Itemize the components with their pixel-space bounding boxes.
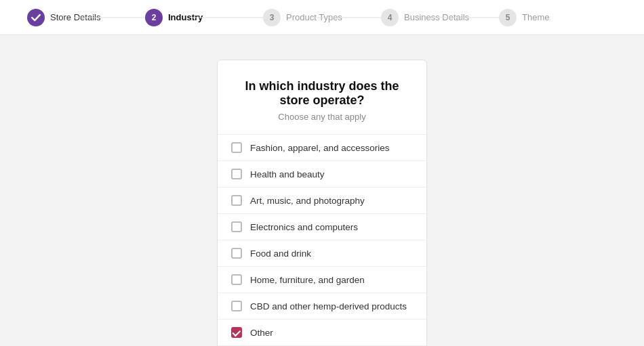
- option-label-other: Other: [250, 328, 273, 338]
- option-label-food: Food and drink: [250, 248, 311, 259]
- checkbox-health: [231, 169, 242, 179]
- step-circle-product-types: 3: [263, 9, 281, 26]
- option-item-electronics[interactable]: Electronics and computers: [218, 214, 426, 240]
- step-label-theme: Theme: [522, 12, 549, 22]
- step-label-product-types: Product Types: [286, 12, 342, 22]
- option-label-cbd: CBD and other hemp-derived products: [250, 301, 407, 311]
- step-store-details[interactable]: Store Details: [27, 9, 145, 26]
- checkbox-cbd: [231, 301, 242, 311]
- checkbox-electronics: [231, 221, 242, 232]
- card-subtitle: Choose any that apply: [218, 112, 426, 122]
- card-title: In which industry does the store operate…: [218, 79, 426, 108]
- checkbox-food: [231, 248, 242, 259]
- step-label-business-details: Business Details: [404, 12, 469, 22]
- step-business-details[interactable]: 4Business Details: [381, 9, 499, 26]
- option-item-fashion[interactable]: Fashion, apparel, and accessories: [218, 135, 426, 161]
- step-theme[interactable]: 5Theme: [499, 9, 617, 26]
- checkbox-home: [231, 274, 242, 285]
- step-label-industry: Industry: [168, 12, 203, 22]
- step-circle-store-details: [27, 9, 45, 26]
- option-item-food[interactable]: Food and drink: [218, 240, 426, 267]
- option-item-home[interactable]: Home, furniture, and garden: [218, 267, 426, 293]
- step-industry[interactable]: 2Industry: [145, 9, 263, 26]
- step-label-store-details: Store Details: [50, 12, 100, 22]
- option-label-art: Art, music, and photography: [250, 196, 365, 206]
- step-circle-theme: 5: [499, 9, 517, 26]
- checkbox-other: [231, 327, 242, 338]
- option-item-art[interactable]: Art, music, and photography: [218, 188, 426, 214]
- option-item-health[interactable]: Health and beauty: [218, 161, 426, 188]
- step-circle-business-details: 4: [381, 9, 399, 26]
- checkbox-fashion: [231, 142, 242, 153]
- step-product-types[interactable]: 3Product Types: [263, 9, 381, 26]
- option-item-cbd[interactable]: CBD and other hemp-derived products: [218, 293, 426, 320]
- option-label-electronics: Electronics and computers: [250, 222, 358, 232]
- option-list: Fashion, apparel, and accessoriesHealth …: [218, 134, 426, 346]
- stepper: Store Details2Industry3Product Types4Bus…: [0, 0, 644, 35]
- option-label-home: Home, furniture, and garden: [250, 275, 365, 285]
- main-content: In which industry does the store operate…: [0, 35, 644, 346]
- industry-card: In which industry does the store operate…: [217, 60, 427, 346]
- step-circle-industry: 2: [145, 9, 163, 26]
- option-label-fashion: Fashion, apparel, and accessories: [250, 143, 390, 153]
- option-label-health: Health and beauty: [250, 169, 325, 179]
- option-item-other[interactable]: Other: [218, 320, 426, 346]
- checkbox-art: [231, 195, 242, 206]
